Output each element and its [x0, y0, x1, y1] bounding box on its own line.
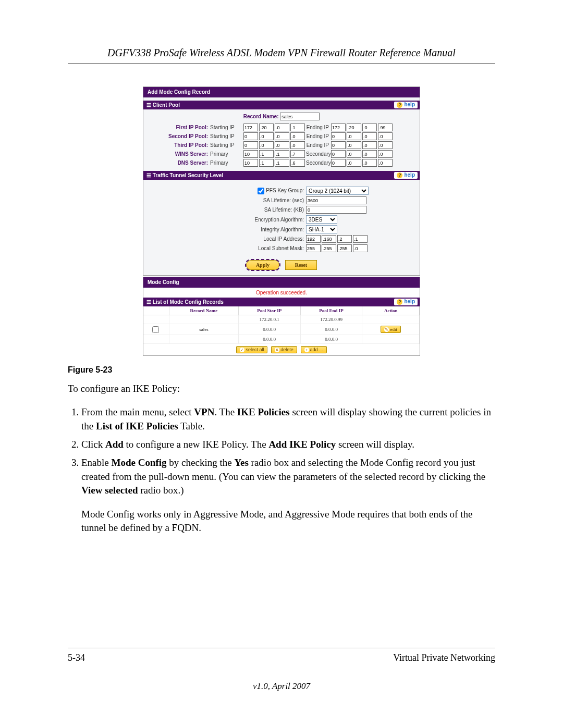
help-link-3[interactable]: ?help — [394, 299, 418, 305]
table-header — [143, 306, 169, 315]
r3a-oct1[interactable] — [259, 150, 274, 158]
reset-button[interactable]: Reset — [285, 260, 317, 270]
r4a-oct2[interactable] — [275, 159, 289, 167]
r4b-oct0[interactable] — [331, 159, 346, 167]
table-header: Record Name — [169, 306, 238, 315]
pfs-checkbox[interactable] — [258, 188, 264, 194]
add-button[interactable]: +add ... — [301, 346, 327, 353]
records-table: Record NamePool Star IPPool End IPAction… — [143, 306, 420, 344]
section-traffic-tunnel: ☰ Traffic Tunnel Security Level ?help — [143, 171, 420, 180]
r1a-oct1[interactable] — [259, 132, 274, 140]
page-footer: 5-34 Virtual Private Networking v1.0, Ap… — [68, 648, 495, 692]
sa-kb-input[interactable] — [306, 206, 366, 214]
r4a-oct3[interactable] — [290, 159, 305, 167]
r1b-oct2[interactable] — [362, 132, 377, 140]
r2a-oct2[interactable] — [275, 141, 289, 149]
r1a-oct0[interactable] — [243, 132, 258, 140]
r0a-oct1[interactable] — [259, 124, 274, 131]
row-checkbox[interactable] — [152, 326, 159, 333]
tab-mode-config[interactable]: Mode Config — [143, 277, 183, 287]
local-ip-label: Local IP Address: — [148, 236, 306, 242]
r0a-oct3[interactable] — [290, 124, 305, 131]
r0b-oct2[interactable] — [362, 124, 377, 131]
r3b-oct3[interactable] — [378, 150, 393, 158]
sub-label: Primary — [210, 160, 243, 166]
r0a-oct2[interactable] — [275, 124, 289, 131]
select-all-button[interactable]: ✓select all — [236, 346, 267, 353]
add-mode-config-panel: Add Mode Config Record ☰ Client Pool ?he… — [143, 87, 420, 276]
sub-label: Starting IP — [210, 142, 243, 148]
row-label: Third IP Pool: — [148, 142, 210, 148]
sa-kb-label: SA Lifetime: (KB) — [148, 207, 306, 213]
r1a-oct3[interactable] — [290, 132, 305, 140]
r0a-oct0[interactable] — [243, 124, 258, 131]
r2b-oct1[interactable] — [347, 141, 361, 149]
figure-screenshot: Add Mode Config Record ☰ Client Pool ?he… — [68, 87, 495, 356]
r3b-oct2[interactable] — [362, 150, 377, 158]
r4b-oct2[interactable] — [362, 159, 377, 167]
r3a-oct2[interactable] — [275, 150, 289, 158]
note-text: Mode Config works only in Aggressive Mod… — [81, 508, 495, 534]
r4a-oct0[interactable] — [243, 159, 258, 167]
help-link-2[interactable]: ?help — [394, 172, 418, 179]
step-item: Enable Mode Config by checking the Yes r… — [81, 456, 495, 498]
step-item: From the main menu, select VPN. The IKE … — [81, 405, 495, 434]
sub-label: Starting IP — [210, 133, 243, 139]
r2b-oct0[interactable] — [331, 141, 346, 149]
pencil-icon: ✎ — [384, 327, 389, 332]
section-name: Virtual Private Networking — [393, 652, 495, 663]
help-icon: ? — [397, 102, 402, 108]
edit-button[interactable]: ✎edit — [381, 326, 401, 333]
sub-label-2: Secondary — [306, 160, 331, 166]
lip-oct2[interactable] — [337, 235, 352, 243]
r3b-oct0[interactable] — [331, 150, 346, 158]
delete-button[interactable]: ✕delete — [271, 346, 297, 353]
lsm-oct1[interactable] — [322, 244, 336, 252]
r2a-oct0[interactable] — [243, 141, 258, 149]
r1b-oct0[interactable] — [331, 132, 346, 140]
table-cell: 0.0.0.0 — [238, 335, 300, 344]
sa-sec-input[interactable] — [306, 196, 366, 204]
r1b-oct1[interactable] — [347, 132, 361, 140]
lsm-oct2[interactable] — [337, 244, 352, 252]
figure-caption: Figure 5-23 — [68, 365, 495, 375]
r0b-oct3[interactable] — [378, 124, 393, 131]
r2b-oct2[interactable] — [362, 141, 377, 149]
sub-label: Primary — [210, 151, 243, 157]
page-number: 5-34 — [68, 652, 85, 663]
tab-add-mode-config[interactable]: Add Mode Config Record — [143, 87, 214, 97]
r2b-oct3[interactable] — [378, 141, 393, 149]
lip-oct0[interactable] — [306, 235, 321, 243]
r3a-oct3[interactable] — [290, 150, 305, 158]
lsm-oct0[interactable] — [306, 244, 321, 252]
r4a-oct1[interactable] — [259, 159, 274, 167]
row-label: Second IP Pool: — [148, 133, 210, 139]
record-name-input[interactable] — [280, 113, 320, 120]
r0b-oct1[interactable] — [347, 124, 361, 131]
pfs-label: PFS Key Group: — [266, 188, 304, 193]
help-link[interactable]: ?help — [394, 102, 418, 108]
lip-oct3[interactable] — [353, 235, 368, 243]
table-cell — [169, 315, 238, 324]
r3b-oct1[interactable] — [347, 150, 361, 158]
r1a-oct2[interactable] — [275, 132, 289, 140]
steps-list: From the main menu, select VPN. The IKE … — [68, 405, 495, 498]
r0b-oct0[interactable] — [331, 124, 346, 131]
lip-oct1[interactable] — [322, 235, 336, 243]
r4b-oct1[interactable] — [347, 159, 361, 167]
lsm-oct3[interactable] — [353, 244, 368, 252]
enc-select[interactable]: 3DES — [306, 215, 337, 224]
pfs-select[interactable]: Group 2 (1024 bit) — [306, 187, 369, 195]
r4b-oct3[interactable] — [378, 159, 393, 167]
int-select[interactable]: SHA-1 — [306, 225, 337, 233]
x-icon: ✕ — [275, 348, 279, 352]
mode-config-panel: Mode Config Operation succeeded. ☰ List … — [143, 277, 420, 356]
table-cell: 0.0.0.0 — [300, 335, 362, 344]
table-cell — [169, 335, 238, 344]
section-client-pool: ☰ Client Pool ?help — [143, 101, 420, 109]
apply-button[interactable]: Apply — [246, 260, 279, 270]
r2a-oct3[interactable] — [290, 141, 305, 149]
r1b-oct3[interactable] — [378, 132, 393, 140]
r2a-oct1[interactable] — [259, 141, 274, 149]
r3a-oct0[interactable] — [243, 150, 258, 158]
